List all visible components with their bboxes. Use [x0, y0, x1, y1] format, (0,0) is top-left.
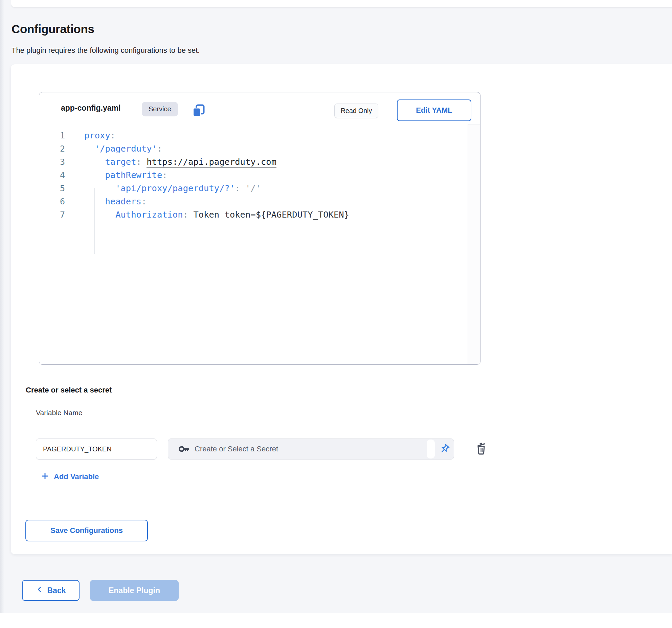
plugin-configuration-page: Configurations The plugin requires the f… — [0, 0, 672, 628]
line-number: 2 — [39, 142, 65, 155]
add-variable-label: Add Variable — [54, 472, 99, 481]
page-title: Configurations — [12, 22, 94, 36]
back-button-label: Back — [47, 586, 66, 595]
save-configurations-button[interactable]: Save Configurations — [25, 520, 148, 541]
back-button[interactable]: Back — [22, 580, 80, 601]
code-line-numbers: 1234567 — [39, 129, 65, 221]
config-filename: app-config.yaml — [61, 104, 120, 113]
indent-guide — [84, 175, 84, 254]
secret-select-placeholder: Create or Select a Secret — [195, 445, 278, 453]
variable-name-input[interactable] — [36, 439, 157, 459]
pushpin-icon[interactable] — [435, 439, 454, 459]
read-only-badge: Read Only — [334, 104, 378, 118]
line-number: 4 — [39, 169, 65, 182]
code-viewer[interactable]: 1234567 proxy: '/pagerduty': target: htt… — [39, 125, 467, 364]
plus-icon — [41, 472, 49, 482]
code-line: '/pagerduty': — [84, 142, 467, 155]
code-line: pathRewrite: — [84, 169, 467, 182]
secret-section-title: Create or select a secret — [26, 386, 112, 395]
page-left-edge — [0, 0, 4, 613]
key-icon — [178, 443, 190, 455]
editor-scrollbar[interactable] — [468, 124, 480, 364]
add-variable-button[interactable]: Add Variable — [41, 472, 99, 482]
edit-yaml-button[interactable]: Edit YAML — [397, 99, 471, 121]
line-number: 6 — [39, 195, 65, 208]
secret-select[interactable]: Create or Select a Secret — [168, 439, 454, 459]
configurations-panel: app-config.yaml Service Read Only Edit Y… — [11, 64, 672, 554]
code-content: proxy: '/pagerduty': target: https://api… — [84, 129, 467, 221]
bottom-band — [0, 613, 672, 628]
code-line: proxy: — [84, 129, 467, 142]
line-number: 1 — [39, 129, 65, 142]
code-line: Authorization: Token token=${PAGERDUTY_T… — [84, 208, 467, 221]
previous-card-bottom — [11, 0, 672, 7]
line-number: 3 — [39, 155, 65, 169]
code-line: 'api/proxy/pagerduty/?': '/' — [84, 182, 467, 195]
line-number: 5 — [39, 182, 65, 195]
copy-icon[interactable] — [192, 103, 206, 118]
code-line: target: https://api.pagerduty.com — [84, 155, 467, 169]
trash-icon[interactable] — [473, 441, 489, 457]
select-scrollbar[interactable] — [427, 440, 435, 458]
chevron-left-icon — [36, 586, 43, 595]
indent-guide — [106, 214, 106, 254]
code-line: headers: — [84, 195, 467, 208]
indent-guide — [94, 188, 95, 254]
yaml-editor-card: app-config.yaml Service Read Only Edit Y… — [39, 92, 480, 365]
line-number: 7 — [39, 208, 65, 221]
enable-plugin-button[interactable]: Enable Plugin — [90, 580, 179, 601]
service-badge: Service — [142, 102, 178, 116]
variable-name-label: Variable Name — [36, 409, 82, 417]
page-subtitle: The plugin requires the following config… — [12, 46, 200, 55]
